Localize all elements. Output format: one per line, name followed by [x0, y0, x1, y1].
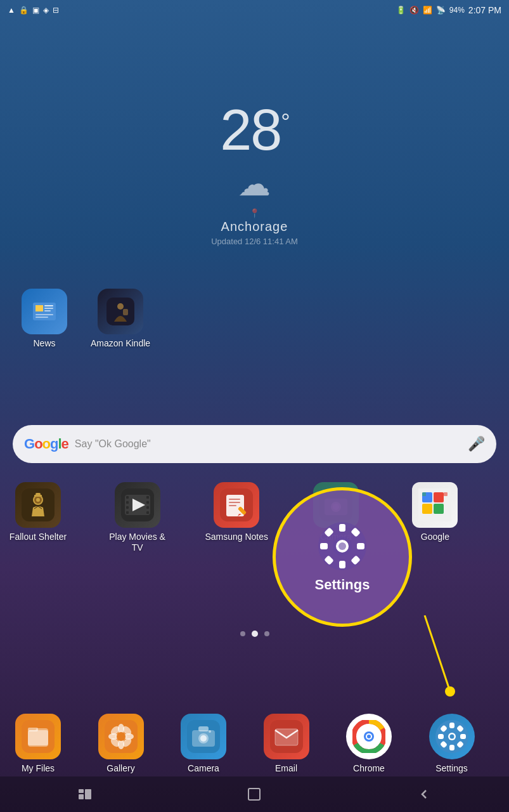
svg-rect-104: [85, 789, 91, 799]
samsungnotes-label: Samsung Notes: [205, 532, 268, 542]
dock-camera[interactable]: Camera: [172, 714, 235, 774]
home-apps-row: News Amazon Kindle: [13, 289, 152, 349]
svg-rect-41: [434, 492, 444, 502]
signal-icon: ▲: [8, 6, 15, 15]
status-bar: ▲ 🔒 ▣ ◈ ⊟ 🔋 🔇 📶 📡 94% 2:07 PM: [0, 0, 509, 20]
playmovies-icon: [115, 482, 160, 528]
email-icon: [264, 714, 309, 759]
chrome-icon: [346, 714, 392, 759]
svg-rect-6: [35, 314, 53, 315]
svg-rect-105: [248, 789, 260, 800]
camera-icon: [181, 714, 226, 759]
chrome-label: Chrome: [353, 763, 385, 774]
dock-gallery[interactable]: Gallery: [89, 714, 153, 774]
nav-bar: [0, 776, 509, 812]
dropbox-icon: ◈: [43, 6, 49, 15]
svg-rect-103: [79, 794, 84, 799]
app-kindle[interactable]: Amazon Kindle: [89, 289, 152, 349]
recent-apps-button[interactable]: [65, 782, 105, 807]
google-search-bar[interactable]: Google Say "Ok Google" 🎤: [13, 425, 496, 463]
svg-point-79: [200, 735, 207, 742]
dock-email[interactable]: Email: [255, 714, 318, 774]
svg-rect-25: [146, 501, 149, 504]
settings-dock-label: Settings: [435, 763, 468, 774]
playmovies-label: Play Movies & TV: [106, 532, 169, 553]
dot-1: [240, 631, 245, 636]
location-pin-icon: 📍: [211, 208, 298, 218]
svg-rect-22: [126, 506, 129, 509]
svg-rect-20: [126, 496, 129, 499]
svg-rect-50: [357, 543, 364, 549]
app-play-movies[interactable]: Play Movies & TV: [106, 482, 169, 553]
settings-spotlight-label: Settings: [315, 577, 370, 593]
google-icon: [412, 482, 458, 528]
settings-spotlight[interactable]: Settings: [273, 487, 412, 627]
google-search-placeholder: Say "Ok Google": [75, 438, 461, 450]
camera-label: Camera: [188, 763, 219, 774]
svg-rect-94: [460, 734, 466, 739]
weather-updated: Updated 12/6 11:41 AM: [211, 237, 298, 246]
news-label: News: [33, 338, 55, 349]
app-samsung-notes[interactable]: Samsung Notes: [205, 482, 268, 553]
svg-rect-92: [449, 745, 454, 750]
kindle-icon: [98, 289, 143, 334]
dot-2: [252, 631, 258, 637]
svg-rect-47: [339, 524, 345, 532]
app-news[interactable]: News: [13, 289, 76, 349]
svg-rect-5: [44, 310, 51, 311]
dock-myfiles[interactable]: My Files: [6, 714, 70, 774]
settings-gear-icon: [317, 521, 368, 572]
svg-rect-26: [146, 506, 149, 509]
svg-rect-3: [44, 305, 53, 306]
google-logo: Google: [24, 436, 68, 452]
email-label: Email: [275, 763, 297, 774]
myfiles-label: My Files: [22, 763, 55, 774]
fallout-label: Fallout Shelter: [10, 532, 67, 542]
page-dots: [240, 631, 269, 637]
dock-chrome[interactable]: Chrome: [337, 714, 401, 774]
svg-rect-30: [229, 499, 240, 500]
main-app-grid: Fallout Shelter Play Movies & TV: [0, 482, 509, 553]
dot-3: [264, 631, 269, 636]
svg-rect-4: [44, 308, 53, 309]
svg-rect-27: [146, 511, 149, 514]
status-time: 2:07 PM: [468, 5, 501, 15]
mute-icon: 🔇: [409, 6, 419, 15]
svg-rect-7: [35, 317, 48, 318]
svg-rect-44: [422, 492, 426, 496]
gallery-label: Gallery: [106, 763, 134, 774]
wifi-icon: 📶: [423, 6, 432, 15]
back-button[interactable]: [404, 782, 444, 807]
lock-icon: 🔒: [19, 6, 29, 15]
svg-rect-49: [320, 543, 328, 549]
status-right-icons: 🔋 🔇 📶 📡 94% 2:07 PM: [396, 5, 501, 15]
gallery-icon: [98, 714, 144, 759]
news-icon: [22, 289, 67, 334]
home-button[interactable]: [234, 782, 274, 807]
svg-line-58: [425, 615, 450, 691]
svg-rect-77: [198, 726, 209, 731]
app-google[interactable]: Google: [403, 482, 467, 553]
battery-percent: 94%: [449, 6, 465, 15]
svg-rect-32: [229, 505, 236, 506]
google-label: Google: [421, 532, 449, 542]
svg-rect-24: [146, 496, 149, 499]
samsungnotes-icon: [214, 482, 259, 528]
svg-rect-102: [79, 789, 84, 793]
svg-point-14: [36, 498, 40, 502]
weather-city: Anchorage: [211, 219, 298, 234]
weather-widget: 28° ☁ 📍 Anchorage Updated 12/6 11:41 AM: [211, 102, 298, 246]
svg-point-9: [117, 303, 124, 310]
signal-strength-icon: 📡: [436, 6, 446, 15]
svg-point-74: [117, 732, 126, 741]
fallout-icon: [15, 482, 61, 528]
svg-rect-10: [123, 309, 128, 315]
microphone-icon[interactable]: 🎤: [468, 436, 485, 452]
myfiles-icon: [15, 714, 61, 759]
cloud-icon: ☁: [211, 165, 298, 203]
status-left-icons: ▲ 🔒 ▣ ◈ ⊟: [8, 6, 59, 15]
svg-point-89: [367, 735, 371, 738]
weather-temperature: 28°: [211, 102, 298, 159]
app-fallout-shelter[interactable]: Fallout Shelter: [6, 482, 70, 553]
svg-point-80: [209, 730, 211, 733]
